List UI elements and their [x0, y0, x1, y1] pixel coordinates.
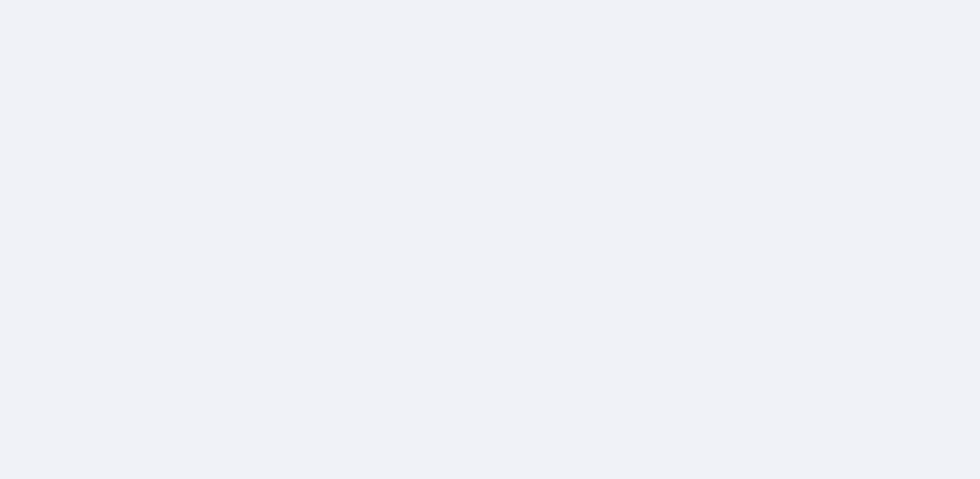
diagram-container	[0, 0, 980, 479]
connections-svg	[0, 0, 980, 479]
